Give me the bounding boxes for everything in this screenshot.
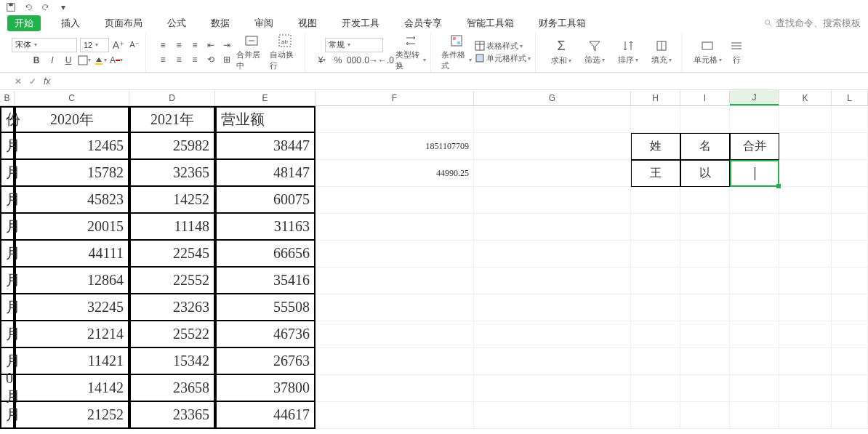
cell[interactable]: [832, 133, 868, 160]
save-icon[interactable]: [6, 2, 16, 12]
cell[interactable]: 25982: [129, 133, 215, 160]
cell[interactable]: [474, 106, 631, 133]
cell[interactable]: 营业额: [215, 106, 316, 133]
align-bottom-icon[interactable]: ≡: [188, 39, 201, 52]
cell-button[interactable]: 单元格▾: [692, 39, 723, 65]
tab-member[interactable]: 会员专享: [400, 15, 446, 31]
align-middle-icon[interactable]: ≡: [172, 39, 185, 52]
wrap-text-button[interactable]: ab 自动换行: [270, 33, 300, 71]
comma-icon[interactable]: 000: [347, 54, 361, 67]
cell[interactable]: [779, 160, 832, 187]
sort-button[interactable]: 排序▾: [613, 39, 643, 65]
dec-decimal-icon[interactable]: ←.0: [379, 54, 393, 67]
fill-button[interactable]: 填充▾: [646, 39, 677, 65]
cell[interactable]: 1851107709: [316, 133, 474, 160]
increase-font-icon[interactable]: A⁺: [112, 39, 125, 52]
font-size-combo[interactable]: 12▾: [80, 38, 109, 52]
cell[interactable]: [680, 106, 730, 133]
font-name-combo[interactable]: 宋体▾: [12, 38, 77, 52]
search-box[interactable]: 查找命令、搜索模板: [764, 17, 861, 30]
cell[interactable]: 48147: [215, 160, 316, 187]
cell[interactable]: 以: [680, 160, 730, 187]
filter-button[interactable]: 筛选▾: [579, 39, 610, 65]
merge-center-button[interactable]: 合并居中: [236, 33, 267, 71]
cell[interactable]: 38447: [215, 133, 316, 160]
tab-start[interactable]: 开始: [7, 15, 41, 31]
cell[interactable]: 名: [680, 133, 730, 160]
cell[interactable]: 32365: [129, 160, 215, 187]
inc-decimal-icon[interactable]: .0→: [363, 54, 377, 67]
col-header[interactable]: G: [474, 90, 631, 105]
cell[interactable]: 15782: [15, 160, 129, 187]
col-header[interactable]: D: [129, 90, 215, 105]
underline-icon[interactable]: U: [62, 54, 75, 67]
cell[interactable]: [730, 106, 779, 133]
active-cell[interactable]: [730, 160, 779, 187]
col-header[interactable]: L: [832, 90, 868, 105]
tab-view[interactable]: 视图: [294, 15, 321, 31]
cell[interactable]: 44990.25: [316, 160, 474, 187]
col-header[interactable]: I: [680, 90, 730, 105]
indent-dec-icon[interactable]: ⇤: [204, 39, 217, 52]
orientation-icon[interactable]: ⟲: [204, 53, 217, 66]
cell[interactable]: 合并: [730, 133, 779, 160]
tab-dev[interactable]: 开发工具: [337, 15, 384, 31]
cell[interactable]: 姓: [631, 133, 680, 160]
cell[interactable]: [779, 106, 832, 133]
row-button[interactable]: 行: [726, 39, 747, 65]
col-header[interactable]: F: [316, 90, 474, 105]
number-format-combo[interactable]: 常规▾: [325, 38, 383, 52]
indent-inc-icon[interactable]: ⇥: [220, 39, 233, 52]
align-top-icon[interactable]: ≡: [156, 39, 169, 52]
italic-icon[interactable]: I: [46, 54, 59, 67]
cell[interactable]: 份: [0, 106, 15, 133]
type-convert-button[interactable]: 类型转换▾: [395, 33, 426, 71]
cell[interactable]: 月: [0, 160, 15, 187]
border-icon[interactable]: ▾: [78, 54, 91, 67]
align-center-icon[interactable]: ≡: [172, 53, 185, 66]
tab-formula[interactable]: 公式: [163, 15, 190, 31]
chevron-down-icon[interactable]: ▾: [58, 2, 68, 12]
spreadsheet-grid[interactable]: B C D E F G H I J K L 份 2020年 2021年 营业额 …: [0, 90, 868, 429]
tab-insert[interactable]: 插入: [57, 15, 84, 31]
col-header-selected[interactable]: J: [730, 90, 779, 105]
merge-icon[interactable]: ⊞: [220, 53, 233, 66]
cell[interactable]: [779, 133, 832, 160]
formula-input[interactable]: [57, 76, 853, 87]
confirm-icon[interactable]: ✓: [29, 76, 36, 87]
tab-review[interactable]: 审阅: [250, 15, 278, 31]
cell[interactable]: [474, 133, 631, 160]
cell[interactable]: [316, 106, 474, 133]
cell[interactable]: 王: [631, 160, 680, 187]
tab-page-layout[interactable]: 页面布局: [100, 15, 147, 31]
cond-format-button[interactable]: 条件格式▾: [441, 33, 472, 71]
sum-button[interactable]: Σ求和▾: [546, 39, 576, 66]
cell-style-button[interactable]: 单元格样式▾: [475, 53, 531, 64]
bold-icon[interactable]: B: [30, 54, 43, 67]
col-header[interactable]: C: [15, 90, 129, 105]
table-style-button[interactable]: 表格样式▾: [475, 41, 523, 52]
align-left-icon[interactable]: ≡: [156, 53, 169, 66]
cancel-icon[interactable]: ✕: [15, 76, 22, 87]
tab-data[interactable]: 数据: [206, 15, 234, 31]
col-header[interactable]: B: [0, 90, 15, 105]
cell[interactable]: 12465: [15, 133, 129, 160]
redo-icon[interactable]: [41, 2, 51, 12]
col-header[interactable]: K: [779, 90, 832, 105]
fx-icon[interactable]: fx: [44, 76, 50, 87]
percent-icon[interactable]: %: [331, 54, 345, 67]
tab-finance[interactable]: 财务工具箱: [534, 15, 590, 31]
fill-color-icon[interactable]: ▾: [94, 54, 107, 67]
tab-smart[interactable]: 智能工具箱: [462, 15, 518, 31]
decrease-font-icon[interactable]: A⁻: [128, 39, 141, 52]
cell[interactable]: [832, 106, 868, 133]
cell[interactable]: [474, 160, 631, 187]
col-header[interactable]: E: [215, 90, 316, 105]
undo-icon[interactable]: [23, 2, 33, 12]
cell[interactable]: [832, 160, 868, 187]
cell[interactable]: [631, 106, 680, 133]
cell[interactable]: 2020年: [15, 106, 129, 133]
align-right-icon[interactable]: ≡: [188, 53, 201, 66]
cell[interactable]: 2021年: [129, 106, 215, 133]
cell[interactable]: 月: [0, 133, 15, 160]
